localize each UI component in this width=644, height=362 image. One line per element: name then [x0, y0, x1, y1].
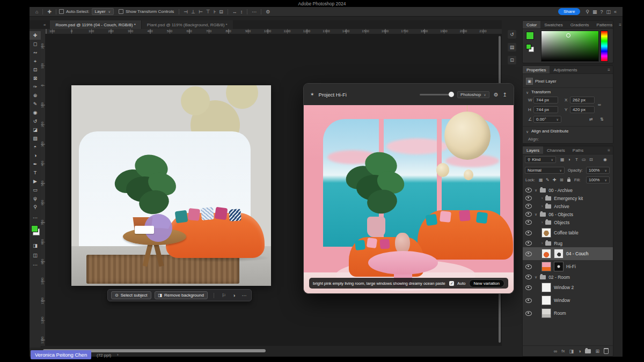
panel-menu-icon[interactable]: ≡ — [605, 66, 613, 73]
y-field[interactable]: 420 px — [570, 106, 595, 113]
tab-color[interactable]: Color — [523, 21, 540, 28]
panel-menu-icon[interactable]: ≡ — [616, 21, 624, 28]
filter-type-icon[interactable]: T — [575, 157, 578, 162]
visibility-eye-icon[interactable] — [525, 196, 532, 201]
layer-thumbnail[interactable] — [541, 228, 551, 238]
taskbar-flag-icon[interactable]: ⚐ — [222, 293, 226, 298]
saturation-brightness-picker[interactable] — [541, 31, 599, 62]
screen-mode-icon[interactable]: ◫ — [30, 251, 41, 260]
new-group-icon[interactable] — [585, 349, 591, 353]
eyedropper-tool[interactable]: ✑ — [30, 83, 41, 91]
picker-marker[interactable] — [566, 33, 570, 38]
flip-horizontal-icon[interactable]: ⇄ — [589, 117, 593, 122]
tab-properties[interactable]: Properties — [523, 66, 550, 73]
filter-adjustment-icon[interactable]: ◑ — [568, 157, 570, 162]
visibility-eye-icon[interactable] — [525, 275, 532, 279]
flip-vertical-icon[interactable]: ⇅ — [600, 117, 604, 122]
gradient-tool[interactable]: ▧ — [30, 134, 41, 143]
align-left-icon[interactable]: ⊣ — [184, 9, 188, 14]
prompt-bar[interactable]: bright pink empty living room, large win… — [309, 278, 508, 289]
remove-background-button[interactable]: ◨ Remove background — [155, 291, 208, 299]
hifi-window[interactable]: ✶ Project Hi-Fi Photoshop ∨ ⚙ ↥ — [303, 83, 514, 294]
hifi-generated-image[interactable] — [304, 105, 514, 293]
add-mask-icon[interactable]: ◨ — [569, 349, 574, 354]
healing-brush-tool[interactable]: ⊕ — [30, 91, 41, 100]
tab-channels[interactable]: Channels — [543, 146, 569, 154]
select-subject-button[interactable]: ⊙ Select subject — [111, 291, 151, 299]
layer-row-hi-fi[interactable]: Hi-Fi — [523, 260, 613, 273]
layer-row-window-2[interactable]: Window 2 — [523, 281, 613, 294]
visibility-eye-icon[interactable] — [525, 311, 532, 316]
visibility-eye-icon[interactable] — [525, 204, 532, 209]
visibility-eye-icon[interactable] — [525, 298, 532, 303]
show-transform-checkbox[interactable] — [119, 9, 123, 14]
chevron-down-icon[interactable]: ∨ — [535, 188, 537, 193]
filter-shape-icon[interactable]: ▭ — [582, 157, 586, 162]
chevron-down-icon[interactable]: ∨ — [526, 130, 529, 134]
apps-grid-icon[interactable]: ▦ — [592, 9, 597, 14]
chevron-right-icon[interactable]: › — [541, 196, 543, 200]
layer-thumbnail[interactable] — [541, 262, 551, 271]
auto-select-checkbox[interactable] — [59, 9, 64, 14]
lasso-tool[interactable]: ∾ — [30, 48, 41, 57]
lock-pixels-icon[interactable]: ✎ — [546, 178, 550, 182]
blend-mode-dropdown[interactable]: Normal ∨ — [525, 167, 565, 174]
width-field[interactable]: 744 px — [533, 97, 558, 104]
hifi-header[interactable]: ✶ Project Hi-Fi Photoshop ∨ ⚙ ↥ — [304, 84, 514, 105]
status-expand-icon[interactable]: › — [117, 352, 119, 357]
move-tool[interactable]: ✚ — [30, 31, 41, 40]
transform-section-header[interactable]: Transform — [531, 90, 551, 94]
panel-toggle-icon[interactable]: ◫ — [606, 9, 611, 14]
clone-stamp-tool[interactable]: ◉ — [30, 108, 41, 117]
visibility-eye-icon[interactable] — [525, 220, 532, 225]
distribute-horizontal-icon[interactable]: ↔ — [232, 9, 237, 14]
hifi-settings-gear-icon[interactable]: ⚙ — [494, 92, 499, 98]
move-tool-options-icon[interactable]: ✚ — [47, 9, 52, 14]
document-tab-plant[interactable]: Plant.psd @ 119% (Background, RGB/8) * — [141, 20, 233, 29]
comments-panel-icon[interactable]: ⊡ — [508, 56, 516, 64]
panel-menu-icon[interactable]: ≡ — [605, 146, 613, 154]
visibility-eye-icon[interactable] — [525, 212, 532, 217]
layer-thumbnail[interactable] — [541, 283, 551, 292]
layer-row-04-couch[interactable]: 04 - Couch — [523, 247, 613, 260]
lock-artboard-icon[interactable]: ⊞ — [560, 178, 564, 182]
filter-smart-object-icon[interactable]: ⊡ — [589, 157, 593, 162]
layer-row-emergency-kit[interactable]: › Emergency kit — [523, 194, 613, 202]
edit-toolbar-icon[interactable]: ⋯ — [30, 261, 41, 269]
shape-tool[interactable]: ▭ — [30, 186, 41, 194]
layer-badge-thumbnail[interactable] — [554, 262, 564, 271]
layer-thumbnail[interactable] — [541, 308, 551, 318]
link-dimensions-icon[interactable]: ∞ — [598, 102, 601, 107]
filter-toggle-icon[interactable]: ◉ — [603, 157, 607, 162]
tab-overflow-icon[interactable]: « — [43, 20, 46, 29]
libraries-panel-icon[interactable]: ▤ — [508, 43, 516, 51]
layer-effects-icon[interactable]: fx — [561, 349, 565, 353]
type-tool[interactable]: T — [30, 168, 41, 177]
share-button[interactable]: Share — [558, 8, 580, 15]
taskbar-adjust-icon[interactable]: ◑ — [232, 293, 235, 298]
tab-gradients[interactable]: Gradients — [567, 21, 593, 28]
hifi-export-icon[interactable]: ↥ — [503, 92, 507, 98]
target-app-dropdown[interactable]: Photoshop ∨ — [457, 91, 489, 98]
link-layers-icon[interactable]: ∞ — [554, 349, 557, 354]
tab-layers[interactable]: Layers — [523, 146, 543, 154]
height-field[interactable]: 744 px — [533, 106, 558, 113]
layer-row-archive[interactable]: › Archive — [523, 202, 613, 210]
visibility-eye-icon[interactable] — [525, 188, 532, 193]
auto-select-target-dropdown[interactable]: Layer ∨ — [92, 8, 114, 15]
hue-slider[interactable] — [601, 31, 608, 62]
marquee-tool[interactable]: ◻ — [30, 40, 41, 48]
chevron-right-icon[interactable]: › — [541, 241, 543, 245]
layer-row-room[interactable]: Room — [523, 307, 613, 320]
chevron-down-icon[interactable]: ∨ — [535, 212, 537, 217]
layer-mask-thumbnail[interactable] — [554, 249, 564, 258]
auto-checkbox[interactable]: ✓ — [449, 281, 454, 286]
foreground-color-swatch[interactable] — [31, 225, 38, 232]
align-center-icon[interactable]: ⊥ — [191, 9, 195, 14]
variation-slider[interactable] — [420, 94, 453, 95]
tab-swatches[interactable]: Swatches — [540, 21, 567, 28]
chevron-down-icon[interactable]: ∨ — [535, 275, 537, 279]
quick-mask-icon[interactable]: ◨ — [30, 241, 41, 250]
chevron-right-icon[interactable]: › — [541, 204, 543, 208]
visibility-eye-icon[interactable] — [525, 285, 532, 290]
